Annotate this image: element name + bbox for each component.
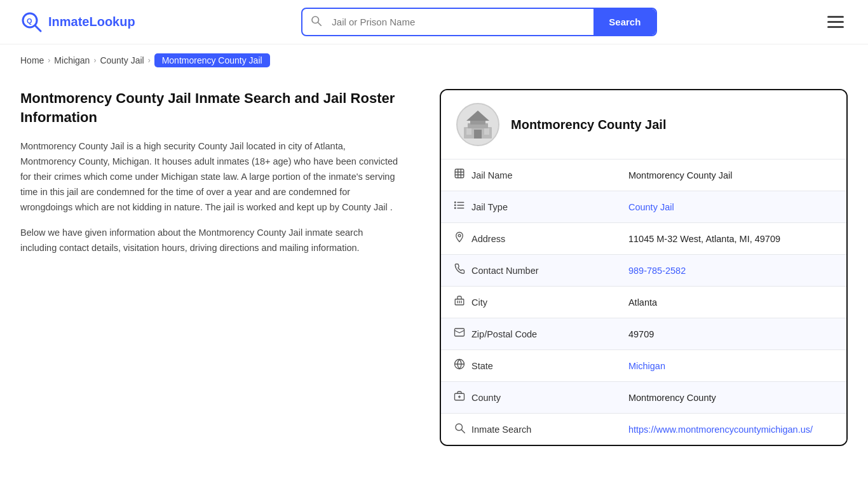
table-label-cell: Jail Name xyxy=(441,159,616,191)
state-icon xyxy=(454,358,465,373)
svg-line-1 xyxy=(35,25,41,31)
table-row: Jail TypeCounty Jail xyxy=(441,191,846,223)
table-row: Address11045 M-32 West, Atlanta, MI, 497… xyxy=(441,223,846,255)
table-row: Jail NameMontmorency County Jail xyxy=(441,159,846,191)
table-link[interactable]: 989-785-2582 xyxy=(628,266,686,276)
logo-icon: Q xyxy=(20,11,43,34)
jail-icon xyxy=(454,168,465,182)
table-label-cell: Jail Type xyxy=(441,191,616,223)
svg-rect-13 xyxy=(455,169,464,178)
table-row: Zip/Postal Code49709 xyxy=(441,318,846,350)
search-icon xyxy=(454,422,465,437)
jail-avatar-image xyxy=(458,104,498,145)
svg-point-24 xyxy=(458,234,461,237)
table-label-cell: Inmate Search xyxy=(441,414,616,445)
site-header: Q InmateLookup Search xyxy=(0,0,868,44)
svg-point-3 xyxy=(312,17,319,24)
svg-rect-12 xyxy=(484,128,489,135)
table-row: CityAtlanta xyxy=(441,287,846,318)
table-value-cell[interactable]: Michigan xyxy=(616,350,846,382)
description-paragraph-1: Montmorency County Jail is a high securi… xyxy=(20,139,402,215)
search-input[interactable] xyxy=(329,10,593,34)
info-card: Montmorency County Jail Jail NameMontmor… xyxy=(440,89,848,446)
right-column: Montmorency County Jail Jail NameMontmor… xyxy=(427,89,848,446)
phone-icon xyxy=(454,263,465,278)
search-bar-icon xyxy=(302,15,329,29)
table-label-cell: State xyxy=(441,350,616,382)
breadcrumb-current: Montmorency County Jail xyxy=(154,53,270,67)
logo[interactable]: Q InmateLookup xyxy=(20,11,135,34)
table-row: CountyMontmorency County xyxy=(441,382,846,414)
table-value-cell: Montmorency County Jail xyxy=(616,159,846,191)
breadcrumb-county-jail[interactable]: County Jail xyxy=(100,55,144,65)
city-icon xyxy=(454,295,465,309)
left-column: Montmorency County Jail Inmate Search an… xyxy=(20,89,427,446)
svg-point-23 xyxy=(455,208,456,209)
table-row: Contact Number989-785-2582 xyxy=(441,255,846,287)
svg-rect-10 xyxy=(474,130,482,139)
description-paragraph-2: Below we have given information about th… xyxy=(20,226,402,256)
table-label-cell: County xyxy=(441,382,616,414)
hamburger-menu[interactable] xyxy=(824,12,848,32)
zip-icon xyxy=(454,327,465,341)
table-row: StateMichigan xyxy=(441,350,846,382)
breadcrumb-michigan[interactable]: Michigan xyxy=(54,55,90,65)
breadcrumb-sep-2: › xyxy=(93,56,96,65)
type-icon xyxy=(454,200,465,214)
svg-line-36 xyxy=(462,430,465,433)
breadcrumb-home[interactable]: Home xyxy=(20,55,44,65)
svg-line-4 xyxy=(318,23,322,26)
table-value-cell[interactable]: County Jail xyxy=(616,191,846,223)
table-value-cell: Atlanta xyxy=(616,287,846,318)
avatar xyxy=(456,103,499,146)
table-value-cell: 11045 M-32 West, Atlanta, MI, 49709 xyxy=(616,223,846,255)
table-value-cell: 49709 xyxy=(616,318,846,350)
table-label-cell: City xyxy=(441,287,616,318)
breadcrumb: Home › Michigan › County Jail › Montmore… xyxy=(0,44,868,76)
search-button[interactable]: Search xyxy=(593,9,656,35)
table-label-cell: Contact Number xyxy=(441,255,616,287)
page-heading: Montmorency County Jail Inmate Search an… xyxy=(20,89,402,126)
svg-point-22 xyxy=(455,205,456,206)
breadcrumb-sep-1: › xyxy=(48,56,50,65)
svg-point-35 xyxy=(456,424,463,431)
svg-point-21 xyxy=(455,202,456,203)
table-label-cell: Address xyxy=(441,223,616,255)
table-label-cell: Zip/Postal Code xyxy=(441,318,616,350)
svg-text:Q: Q xyxy=(27,17,32,25)
breadcrumb-sep-3: › xyxy=(148,56,151,65)
table-value-cell[interactable]: https://www.montmorencycountymichigan.us… xyxy=(616,414,846,445)
table-value-cell[interactable]: 989-785-2582 xyxy=(616,255,846,287)
main-content: Montmorency County Jail Inmate Search an… xyxy=(0,76,868,471)
card-title: Montmorency County Jail xyxy=(511,118,666,132)
search-bar: Search xyxy=(301,8,657,36)
location-icon xyxy=(454,231,465,246)
card-header: Montmorency County Jail xyxy=(441,90,846,159)
table-link[interactable]: County Jail xyxy=(628,202,674,212)
logo-text: InmateLookup xyxy=(48,15,135,29)
county-icon xyxy=(454,390,465,405)
table-row: Inmate Searchhttps://www.montmorencycoun… xyxy=(441,414,846,445)
info-table: Jail NameMontmorency County JailJail Typ… xyxy=(441,159,846,445)
table-value-cell: Montmorency County xyxy=(616,382,846,414)
table-link[interactable]: Michigan xyxy=(628,361,665,371)
svg-rect-11 xyxy=(466,128,471,135)
table-link[interactable]: https://www.montmorencycountymichigan.us… xyxy=(628,424,813,435)
